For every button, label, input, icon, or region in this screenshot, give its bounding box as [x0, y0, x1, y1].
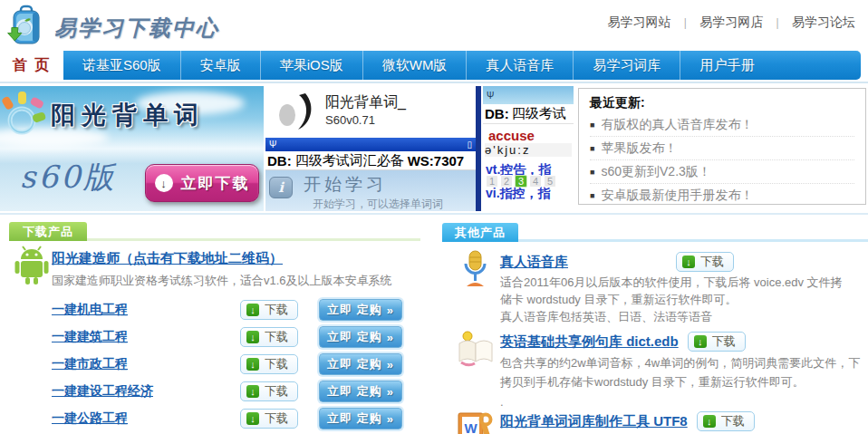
download-label: 下载 [265, 356, 288, 372]
other-product-row: 英语基础共享例句库 dict.edb ↓ 下载 [500, 332, 746, 352]
order-now-button[interactable]: 立即 定购 » [319, 299, 402, 321]
shot2-db-prefix: DB: [485, 106, 509, 121]
chevron-right-icon: » [387, 412, 394, 426]
banner-download-label: 立即下载 [181, 173, 250, 194]
update-item: ■ 安卓版最新使用手册发布！ [590, 184, 854, 207]
download-label: 下载 [265, 383, 288, 400]
chevron-right-icon: » [387, 358, 394, 371]
other-product-desc-line: 储卡 wordstudy 目录下，重新运行软件即可。 [500, 292, 737, 308]
top-link-shop[interactable]: 易学习网店 [699, 14, 763, 31]
shot1-version: S60v0.71 [325, 113, 375, 127]
page: 易学习下载中心 易学习网站 ｜ 易学习网店 ｜ 易学习论坛 首 页 诺基亚S60… [0, 0, 868, 434]
page-number: 5 [544, 175, 556, 188]
shot1-menu-desc: 开始学习，可以选择单词词 [313, 197, 443, 211]
other-product-desc-line: 包含共享的约2w单词音标，4w单词的例句，简明词典需要此文件，下 [500, 355, 860, 371]
download-button[interactable]: ↓ 下载 [240, 327, 298, 347]
shot2-db-name: 四级考试 [512, 105, 566, 122]
update-item: ■ 苹果版发布！ [590, 137, 854, 160]
download-button[interactable]: ↓ 下载 [240, 300, 298, 320]
product-link[interactable]: 一建公路工程 [52, 410, 128, 427]
product-link[interactable]: 一建建筑工程 [52, 329, 128, 345]
nav-home-tab[interactable]: 首 页 [0, 51, 63, 80]
bullet-icon: ■ [590, 191, 594, 200]
product-link[interactable]: 一建市政工程 [52, 356, 128, 372]
update-item-text: 苹果版发布！ [601, 140, 677, 157]
app-logo-icon [275, 92, 318, 137]
product-link[interactable]: 一建建设工程经济 [52, 383, 153, 400]
download-arrow-icon: ↓ [246, 331, 259, 343]
order-now-button[interactable]: 立即 定购 » [319, 408, 402, 429]
nav-item-ios[interactable]: 苹果iOS版 [261, 51, 363, 80]
promo-banner: 阳光背单词 s60版 ↓ 立即下载 [0, 86, 264, 211]
shot1-menu-title: 开始学习 [304, 173, 387, 197]
download-arrow-icon: ↓ [246, 412, 259, 425]
top-link-forum[interactable]: 易学习论坛 [792, 14, 855, 31]
download-button[interactable]: ↓ 下载 [688, 332, 746, 352]
download-label: 下载 [712, 333, 736, 350]
order-now-button[interactable]: 立即 定购 » [319, 353, 402, 375]
download-arrow-icon: ↓ [246, 385, 259, 398]
download-label: 下载 [265, 302, 288, 318]
open-book-icon [456, 329, 496, 371]
banner-download-button[interactable]: ↓ 立即下载 [145, 164, 259, 202]
page-number-active: 3 [515, 175, 527, 188]
bullet-icon: ■ [590, 168, 594, 177]
other-product-link[interactable]: 阳光背单词词库制作工具 UTF8 [500, 413, 688, 430]
downloads-tab-line [87, 238, 420, 241]
site-logo[interactable]: 易学习下载中心 [7, 5, 219, 52]
download-button[interactable]: ↓ 下载 [697, 411, 755, 431]
product-description: 国家建造师职业资格考试练习软件，适合v1.6及以上版本安卓系统 [52, 273, 392, 289]
download-button[interactable]: ↓ 下载 [240, 354, 298, 374]
other-product-desc-line: 拷贝到手机存储卡wordstudy 目录下，重新运行软件即可。 [500, 374, 805, 391]
download-button[interactable]: ↓ 下载 [240, 409, 298, 429]
shot1-ws-count: WS:7307 [408, 153, 465, 169]
order-now-button[interactable]: 立即 定购 » [319, 381, 402, 402]
battery-icon: ▯ [467, 140, 472, 149]
topbar: 易学习下载中心 易学习网站 ｜ 易学习网店 ｜ 易学习论坛 [0, 0, 868, 51]
nav-item-dict[interactable]: 易学习词库 [574, 51, 680, 80]
shot2-phonetic: ə'kju:z [485, 143, 572, 157]
nav-item-manual[interactable]: 用户手册 [680, 51, 773, 80]
main-nav: 首 页 诺基亚S60版 安卓版 苹果iOS版 微软WM版 真人语音库 易学习词库… [0, 51, 861, 80]
order-label: 立即 定购 [327, 356, 382, 372]
recent-updates-panel: 最近更新: ■ 有版权的真人语音库发布！ ■ 苹果版发布！ ■ s60更新到V2… [578, 88, 866, 205]
product-row: 一建公路工程 ↓ 下载 立即 定购 » [0, 408, 426, 431]
update-item-text: 有版权的真人语音库发布！ [601, 117, 753, 133]
android-icon [13, 246, 51, 289]
shot2-pagination: 1 2 3 4 5 [486, 175, 556, 188]
download-arrow-icon: ↓ [694, 335, 707, 348]
top-links: 易学习网站 ｜ 易学习网店 ｜ 易学习论坛 [607, 14, 855, 31]
info-icon: i [269, 177, 293, 198]
update-item: ■ 有版权的真人语音库发布！ [590, 113, 854, 137]
other-product-desc-line: 适合2011年06月以后版本的软件使用，下载后将 voice.edv 文件拷 [500, 275, 843, 291]
product-link[interactable]: 一建机电工程 [52, 302, 128, 318]
other-product-link[interactable]: 真人语音库 [500, 254, 568, 271]
download-circle-icon: ↓ [155, 174, 173, 192]
shot1-db-prefix: DB: [267, 153, 292, 169]
order-now-button[interactable]: 立即 定购 » [319, 326, 402, 348]
antenna-icon: Ψ [487, 91, 494, 101]
top-link-website[interactable]: 易学习网站 [607, 14, 670, 31]
update-item-text: 安卓版最新使用手册发布！ [601, 188, 753, 204]
shot1-menu: i 开始学习 开始学习，可以选择单词词 [265, 170, 476, 211]
download-label: 下载 [265, 410, 288, 427]
svg-text:W: W [464, 420, 477, 434]
recent-updates-title: 最近更新: [590, 95, 854, 111]
download-button[interactable]: ↓ 下载 [676, 252, 734, 272]
product-title-link[interactable]: 阳光建造师（点击有下载地址二维码） [52, 250, 283, 267]
downloads-section-tab: 下载产品 [9, 222, 87, 241]
chevron-right-icon: » [387, 304, 394, 317]
download-label: 下载 [265, 329, 288, 345]
page-number: 2 [500, 175, 513, 188]
download-button[interactable]: ↓ 下载 [240, 381, 298, 401]
section-separator [0, 213, 868, 215]
shot2-word: accuse [488, 128, 535, 143]
other-product-link[interactable]: 英语基础共享例句库 dict.edb [500, 333, 679, 351]
nav-item-wm[interactable]: 微软WM版 [363, 51, 468, 80]
nav-item-s60[interactable]: 诺基亚S60版 [63, 51, 181, 80]
bullet-icon: ■ [590, 121, 594, 130]
pipe-separator: ｜ [680, 15, 690, 31]
nav-item-voice[interactable]: 真人语音库 [467, 51, 574, 80]
nav-underline [0, 82, 868, 83]
nav-item-android[interactable]: 安卓版 [181, 51, 261, 80]
